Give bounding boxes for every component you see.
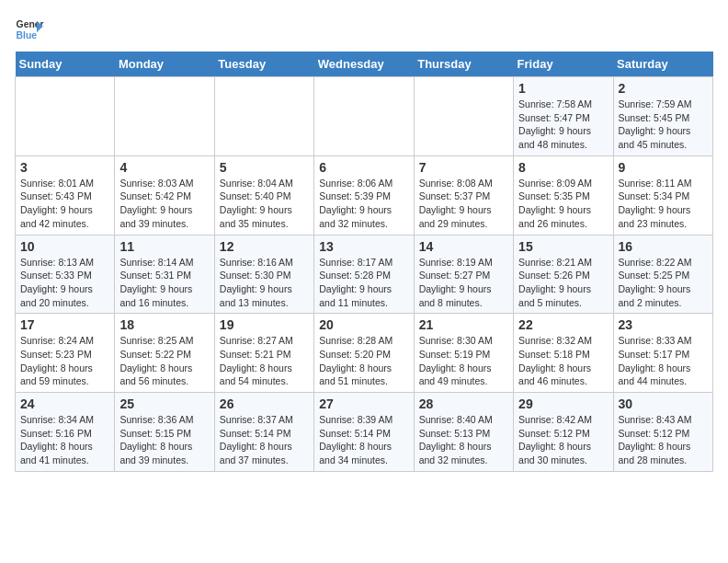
calendar-cell <box>414 77 513 156</box>
calendar-cell: 28Sunrise: 8:40 AMSunset: 5:13 PMDayligh… <box>414 393 513 472</box>
calendar-cell: 13Sunrise: 8:17 AMSunset: 5:28 PMDayligh… <box>314 235 414 314</box>
weekday-header-sunday: Sunday <box>16 52 115 77</box>
day-info: Sunrise: 8:36 AMSunset: 5:15 PMDaylight:… <box>119 413 209 467</box>
calendar-cell: 8Sunrise: 8:09 AMSunset: 5:35 PMDaylight… <box>514 155 613 235</box>
calendar-cell: 6Sunrise: 8:06 AMSunset: 5:39 PMDaylight… <box>314 155 414 235</box>
calendar-cell: 11Sunrise: 8:14 AMSunset: 5:31 PMDayligh… <box>115 235 214 314</box>
weekday-header-wednesday: Wednesday <box>314 52 414 77</box>
day-info: Sunrise: 8:11 AMSunset: 5:34 PMDaylight:… <box>619 177 708 231</box>
day-number: 18 <box>119 317 209 332</box>
day-number: 2 <box>619 81 708 96</box>
day-number: 3 <box>20 160 109 175</box>
day-number: 11 <box>119 239 209 254</box>
day-info: Sunrise: 8:04 AMSunset: 5:40 PMDaylight:… <box>220 177 309 231</box>
day-info: Sunrise: 8:09 AMSunset: 5:35 PMDaylight:… <box>518 177 608 231</box>
calendar-cell: 14Sunrise: 8:19 AMSunset: 5:27 PMDayligh… <box>414 235 513 314</box>
calendar-cell: 24Sunrise: 8:34 AMSunset: 5:16 PMDayligh… <box>16 393 115 472</box>
day-info: Sunrise: 7:58 AMSunset: 5:47 PMDaylight:… <box>518 98 608 152</box>
calendar-cell: 20Sunrise: 8:28 AMSunset: 5:20 PMDayligh… <box>314 314 414 393</box>
day-info: Sunrise: 8:13 AMSunset: 5:33 PMDaylight:… <box>20 256 109 310</box>
calendar-cell: 4Sunrise: 8:03 AMSunset: 5:42 PMDaylight… <box>115 155 214 235</box>
day-info: Sunrise: 8:03 AMSunset: 5:42 PMDaylight:… <box>119 177 209 231</box>
calendar-cell: 7Sunrise: 8:08 AMSunset: 5:37 PMDaylight… <box>414 155 513 235</box>
weekday-header-thursday: Thursday <box>414 52 513 77</box>
day-info: Sunrise: 8:33 AMSunset: 5:17 PMDaylight:… <box>619 334 708 388</box>
day-info: Sunrise: 8:40 AMSunset: 5:13 PMDaylight:… <box>419 413 508 467</box>
day-info: Sunrise: 8:34 AMSunset: 5:16 PMDaylight:… <box>20 413 109 467</box>
calendar-cell: 5Sunrise: 8:04 AMSunset: 5:40 PMDaylight… <box>214 155 313 235</box>
day-number: 14 <box>419 239 508 254</box>
calendar-cell <box>115 77 214 156</box>
calendar-week-5: 24Sunrise: 8:34 AMSunset: 5:16 PMDayligh… <box>16 393 713 472</box>
calendar-cell: 2Sunrise: 7:59 AMSunset: 5:45 PMDaylight… <box>613 77 712 156</box>
day-info: Sunrise: 8:19 AMSunset: 5:27 PMDaylight:… <box>419 256 508 310</box>
calendar-header: SundayMondayTuesdayWednesdayThursdayFrid… <box>16 52 713 77</box>
calendar-cell: 26Sunrise: 8:37 AMSunset: 5:14 PMDayligh… <box>214 393 313 472</box>
day-info: Sunrise: 8:30 AMSunset: 5:19 PMDaylight:… <box>419 334 508 388</box>
day-number: 26 <box>220 396 309 411</box>
calendar-cell: 30Sunrise: 8:43 AMSunset: 5:12 PMDayligh… <box>613 393 712 472</box>
day-info: Sunrise: 8:22 AMSunset: 5:25 PMDaylight:… <box>619 256 708 310</box>
calendar-week-3: 10Sunrise: 8:13 AMSunset: 5:33 PMDayligh… <box>16 235 713 314</box>
calendar-week-4: 17Sunrise: 8:24 AMSunset: 5:23 PMDayligh… <box>16 314 713 393</box>
calendar-cell: 21Sunrise: 8:30 AMSunset: 5:19 PMDayligh… <box>414 314 513 393</box>
day-number: 20 <box>319 317 408 332</box>
day-info: Sunrise: 8:17 AMSunset: 5:28 PMDaylight:… <box>319 256 408 310</box>
calendar-cell: 10Sunrise: 8:13 AMSunset: 5:33 PMDayligh… <box>16 235 115 314</box>
day-number: 5 <box>220 160 309 175</box>
day-number: 13 <box>319 239 408 254</box>
svg-text:Blue: Blue <box>17 30 38 40</box>
page-header: General Blue <box>15 15 713 44</box>
day-info: Sunrise: 8:01 AMSunset: 5:43 PMDaylight:… <box>20 177 109 231</box>
day-number: 6 <box>319 160 408 175</box>
calendar-cell <box>314 77 414 156</box>
calendar-cell: 12Sunrise: 8:16 AMSunset: 5:30 PMDayligh… <box>214 235 313 314</box>
calendar-cell: 19Sunrise: 8:27 AMSunset: 5:21 PMDayligh… <box>214 314 313 393</box>
day-number: 17 <box>20 317 109 332</box>
calendar-cell: 25Sunrise: 8:36 AMSunset: 5:15 PMDayligh… <box>115 393 214 472</box>
day-info: Sunrise: 8:39 AMSunset: 5:14 PMDaylight:… <box>319 413 408 467</box>
day-number: 16 <box>619 239 708 254</box>
day-number: 1 <box>518 81 608 96</box>
day-number: 4 <box>119 160 209 175</box>
weekday-header-monday: Monday <box>115 52 214 77</box>
weekday-header-tuesday: Tuesday <box>214 52 313 77</box>
weekday-header-saturday: Saturday <box>613 52 712 77</box>
day-info: Sunrise: 8:16 AMSunset: 5:30 PMDaylight:… <box>220 256 309 310</box>
calendar-cell: 9Sunrise: 8:11 AMSunset: 5:34 PMDaylight… <box>613 155 712 235</box>
calendar-cell: 1Sunrise: 7:58 AMSunset: 5:47 PMDaylight… <box>514 77 613 156</box>
calendar-table: SundayMondayTuesdayWednesdayThursdayFrid… <box>15 52 713 472</box>
calendar-week-1: 1Sunrise: 7:58 AMSunset: 5:47 PMDaylight… <box>16 77 713 156</box>
calendar-week-2: 3Sunrise: 8:01 AMSunset: 5:43 PMDaylight… <box>16 155 713 235</box>
day-info: Sunrise: 8:24 AMSunset: 5:23 PMDaylight:… <box>20 334 109 388</box>
day-number: 8 <box>518 160 608 175</box>
day-number: 28 <box>419 396 508 411</box>
calendar-cell <box>214 77 313 156</box>
calendar-cell: 17Sunrise: 8:24 AMSunset: 5:23 PMDayligh… <box>16 314 115 393</box>
calendar-cell: 15Sunrise: 8:21 AMSunset: 5:26 PMDayligh… <box>514 235 613 314</box>
weekday-header-friday: Friday <box>514 52 613 77</box>
calendar-cell: 16Sunrise: 8:22 AMSunset: 5:25 PMDayligh… <box>613 235 712 314</box>
day-number: 21 <box>419 317 508 332</box>
logo-icon: General Blue <box>15 15 44 44</box>
day-number: 22 <box>518 317 608 332</box>
calendar-cell: 22Sunrise: 8:32 AMSunset: 5:18 PMDayligh… <box>514 314 613 393</box>
day-number: 10 <box>20 239 109 254</box>
day-info: Sunrise: 8:25 AMSunset: 5:22 PMDaylight:… <box>119 334 209 388</box>
calendar-cell: 23Sunrise: 8:33 AMSunset: 5:17 PMDayligh… <box>613 314 712 393</box>
day-info: Sunrise: 8:28 AMSunset: 5:20 PMDaylight:… <box>319 334 408 388</box>
calendar-cell: 18Sunrise: 8:25 AMSunset: 5:22 PMDayligh… <box>115 314 214 393</box>
logo: General Blue <box>15 15 48 44</box>
day-number: 30 <box>619 396 708 411</box>
day-info: Sunrise: 8:08 AMSunset: 5:37 PMDaylight:… <box>419 177 508 231</box>
day-number: 12 <box>220 239 309 254</box>
calendar-cell <box>16 77 115 156</box>
day-info: Sunrise: 8:42 AMSunset: 5:12 PMDaylight:… <box>518 413 608 467</box>
day-number: 19 <box>220 317 309 332</box>
day-number: 23 <box>619 317 708 332</box>
day-info: Sunrise: 7:59 AMSunset: 5:45 PMDaylight:… <box>619 98 708 152</box>
day-number: 27 <box>319 396 408 411</box>
day-number: 15 <box>518 239 608 254</box>
day-number: 7 <box>419 160 508 175</box>
calendar-cell: 29Sunrise: 8:42 AMSunset: 5:12 PMDayligh… <box>514 393 613 472</box>
